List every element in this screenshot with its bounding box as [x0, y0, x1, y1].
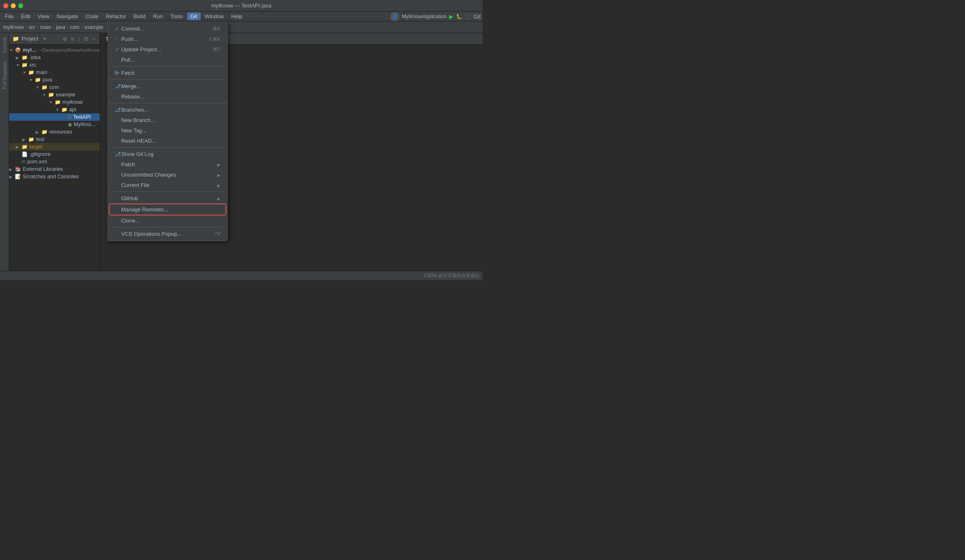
- tree-item-idea[interactable]: ▶ 📁 .idea: [9, 54, 100, 61]
- tree-item-example[interactable]: ▼ 📁 example: [9, 91, 100, 98]
- stop-button[interactable]: ⬛: [465, 14, 471, 19]
- file-tree: ▼ 📦 myIKnow ~/Desktop/myIKnow/myIKnow ▶ …: [9, 45, 100, 280]
- git-menu-patch[interactable]: Patch: [108, 159, 227, 170]
- status-bar: CSDN @大王我亲自来巡山: [0, 271, 482, 280]
- close-button[interactable]: [3, 3, 8, 8]
- menu-git[interactable]: Git: [187, 12, 201, 20]
- minimize-button[interactable]: [11, 3, 16, 8]
- tree-item-java[interactable]: ▼ 📁 java: [9, 76, 100, 84]
- tree-item-com[interactable]: ▼ 📁 com: [9, 84, 100, 91]
- check-icon: ✓: [115, 26, 121, 32]
- submenu-arrow: [217, 172, 221, 178]
- submenu-arrow: [217, 196, 221, 201]
- git-menu-push[interactable]: ↑ Push... ⇧⌘K: [108, 34, 227, 44]
- menu-build[interactable]: Build: [130, 12, 149, 20]
- git-menu-vcs-popup[interactable]: VCS Operations Popup... ^V: [108, 229, 227, 239]
- menu-file[interactable]: File: [2, 12, 17, 20]
- sort-button[interactable]: ↕: [77, 35, 81, 43]
- tree-item-scratches[interactable]: ▶ 📝 Scratches and Consoles: [9, 173, 100, 180]
- breadcrumb-part[interactable]: src: [29, 24, 35, 30]
- panel-header-actions: ⊕ ≡ ↕ ⚙ −: [62, 35, 96, 43]
- run-button[interactable]: ▶: [449, 13, 454, 20]
- tree-item-myiknowapplication[interactable]: ◉ MyIKnowApplication: [9, 121, 100, 128]
- separator-1: [108, 66, 227, 67]
- tree-item-testapi[interactable]: C TestAPI: [9, 113, 100, 121]
- menu-run[interactable]: Run: [150, 12, 166, 20]
- avatar[interactable]: 👤: [390, 12, 399, 21]
- git-menu: ✓ Commit... ⌘K ↑ Push... ⇧⌘K ✓ Update Pr…: [108, 22, 228, 241]
- menu-navigate[interactable]: Navigate: [53, 12, 81, 20]
- sidebar-tab-commit[interactable]: Commit: [1, 35, 8, 55]
- panel-header-icon: 📁: [12, 36, 19, 42]
- git-menu-merge[interactable]: ⎇ Merge...: [108, 81, 227, 91]
- panel-header: 📁 Project ▼ ⊕ ≡ ↕ ⚙ −: [9, 33, 100, 45]
- tree-item-api[interactable]: ▼ 📁 api: [9, 106, 100, 113]
- menu-edit[interactable]: Edit: [18, 12, 34, 20]
- menubar: File Edit View Navigate Code Refactor Bu…: [0, 12, 482, 22]
- status-csdn: CSDN @大王我亲自来巡山: [424, 273, 479, 279]
- tree-item-main[interactable]: ▼ 📁 main: [9, 69, 100, 76]
- git-status[interactable]: Git: [473, 13, 481, 20]
- close-panel-button[interactable]: −: [91, 35, 96, 43]
- git-menu-current-file[interactable]: Current File: [108, 180, 227, 190]
- breadcrumb-part[interactable]: java: [56, 24, 65, 30]
- git-menu-commit[interactable]: ✓ Commit... ⌘K: [108, 24, 227, 34]
- separator-3: [108, 103, 227, 103]
- tree-item-resources[interactable]: ▶ 📁 resources: [9, 128, 100, 136]
- menu-view[interactable]: View: [34, 12, 53, 20]
- tree-root[interactable]: ▼ 📦 myIKnow ~/Desktop/myIKnow/myIKnow: [9, 46, 100, 54]
- git-menu-new-branch[interactable]: New Branch...: [108, 115, 227, 125]
- git-menu-branches[interactable]: ⎇ Branches...: [108, 105, 227, 115]
- tree-item-src[interactable]: ▼ 📁 src: [9, 61, 100, 69]
- run-config-label: MyIKnowApplication: [402, 14, 446, 19]
- collapse-all-button[interactable]: ≡: [70, 35, 75, 43]
- panel-title: Project: [22, 36, 38, 42]
- titlebar: myIKnow — TestAPI.java: [0, 0, 482, 12]
- submenu-arrow: [217, 162, 221, 168]
- git-menu-uncommitted[interactable]: Uncommitted Changes: [108, 170, 227, 180]
- tree-item-myiknow[interactable]: ▼ 📁 myiknow: [9, 98, 100, 106]
- push-icon: ↑: [115, 36, 121, 42]
- breadcrumb-part[interactable]: myIKnow: [3, 24, 24, 30]
- window-title: myIKnow — TestAPI.java: [211, 2, 271, 9]
- git-menu-show-log[interactable]: ⎇ Show Git Log: [108, 149, 227, 159]
- menu-refactor[interactable]: Refactor: [103, 12, 130, 20]
- git-menu-pull[interactable]: Pull...: [108, 55, 227, 65]
- git-menu-github[interactable]: GitHub: [108, 193, 227, 203]
- breadcrumb-part[interactable]: example: [84, 24, 103, 30]
- breadcrumb-part[interactable]: main: [40, 24, 51, 30]
- separator-4: [108, 147, 227, 148]
- submenu-arrow: [217, 182, 221, 188]
- git-menu-reset-head[interactable]: Reset HEAD...: [108, 136, 227, 146]
- traffic-lights: [3, 3, 23, 8]
- git-menu-new-tag[interactable]: New Tag...: [108, 125, 227, 136]
- git-menu-manage-remotes[interactable]: Manage Remotes...: [110, 204, 226, 215]
- breadcrumb: myIKnow › src › main › java › com › exam…: [0, 22, 482, 33]
- tree-item-target[interactable]: ▶ 📁 target: [9, 143, 100, 151]
- settings-button[interactable]: ⚙: [83, 35, 90, 43]
- tree-item-gitignore[interactable]: 📄 .gitignore: [9, 151, 100, 158]
- separator-2: [108, 79, 227, 80]
- tree-item-test[interactable]: ▶ 📁 test: [9, 136, 100, 143]
- menu-tools[interactable]: Tools: [167, 12, 186, 20]
- separator-5: [108, 191, 227, 192]
- locate-file-button[interactable]: ⊕: [62, 35, 68, 43]
- git-menu-fetch[interactable]: ⟳ Fetch: [108, 68, 227, 78]
- debug-button[interactable]: 🐛: [456, 14, 462, 19]
- menu-code[interactable]: Code: [82, 12, 102, 20]
- git-menu-clone[interactable]: Clone...: [108, 215, 227, 226]
- menu-window[interactable]: Window: [202, 12, 227, 20]
- git-menu-update[interactable]: ✓ Update Project... ⌘T: [108, 44, 227, 55]
- menu-help[interactable]: Help: [228, 12, 246, 20]
- tree-item-pomxml[interactable]: m pom.xml: [9, 158, 100, 165]
- git-menu-rebase[interactable]: Rebase...: [108, 91, 227, 102]
- separator-6: [108, 227, 227, 227]
- tree-item-external-libraries[interactable]: ▶ 📚 External Libraries: [9, 165, 100, 173]
- maximize-button[interactable]: [18, 3, 23, 8]
- project-panel: 📁 Project ▼ ⊕ ≡ ↕ ⚙ − ▼ 📦 myIKnow ~/Desk…: [9, 33, 100, 280]
- left-sidebar: Commit Pull Requests: [0, 33, 9, 280]
- update-icon: ✓: [115, 46, 121, 53]
- sidebar-tab-pull-requests[interactable]: Pull Requests: [1, 59, 8, 92]
- breadcrumb-part[interactable]: com: [70, 24, 79, 30]
